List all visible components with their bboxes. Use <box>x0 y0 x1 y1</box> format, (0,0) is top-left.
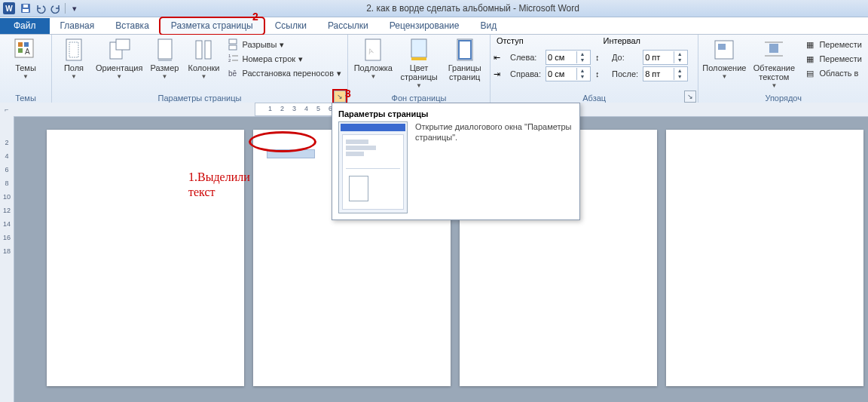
watermark-icon: A <box>361 38 385 62</box>
svg-rect-1 <box>23 9 29 12</box>
themes-button[interactable]: A Темы ▼ <box>3 36 48 81</box>
wrap-text-icon <box>762 38 786 62</box>
line-numbers-icon: 12 <box>228 53 240 65</box>
breaks-label: Разрывы <box>243 40 277 49</box>
document-area: ⌐ 1 2 3 4 5 6 246 81012 141618 1.Выделил… <box>0 103 868 402</box>
columns-icon <box>191 38 215 62</box>
ruler-mark: 4 <box>304 105 308 112</box>
app-icon: W <box>3 2 15 14</box>
window-title: 2. как в ворде сделать альбомный - Micro… <box>81 3 865 14</box>
quick-access-toolbar: ▾ <box>20 2 81 14</box>
tab-home[interactable]: Главная <box>50 18 105 34</box>
page-1[interactable] <box>47 130 244 386</box>
tab-review[interactable]: Рецензирование <box>379 18 470 34</box>
qat-separator <box>65 3 66 14</box>
page-borders-label: Границы страниц <box>444 63 485 81</box>
tooltip-description: Открытие диалогового окна "Параметры стр… <box>415 121 573 213</box>
space-after-input[interactable]: ▲▼ <box>643 66 688 81</box>
vertical-ruler[interactable]: 246 81012 141618 <box>0 116 14 402</box>
indent-left-icon: ⇤ <box>494 53 506 63</box>
indent-left-input[interactable]: ▲▼ <box>546 50 591 65</box>
page-color-label: Цвет страницы <box>399 63 440 81</box>
position-button[interactable]: Положение▼ <box>701 36 747 81</box>
page-borders-icon <box>453 38 477 62</box>
columns-button[interactable]: Колонки▼ <box>185 36 222 81</box>
send-backward-icon: ▦ <box>804 53 816 65</box>
svg-rect-3 <box>15 39 33 57</box>
tab-mailings[interactable]: Рассылки <box>317 18 379 34</box>
space-before-icon: ↕ <box>595 53 607 62</box>
annotation-2: 2 <box>252 11 258 23</box>
orientation-button[interactable]: Ориентация▼ <box>94 36 144 81</box>
svg-text:bē: bē <box>228 69 237 78</box>
hyphenation-label: Расстановка переносов <box>243 69 334 78</box>
ruler-mark: 5 <box>316 105 320 112</box>
line-numbers-button[interactable]: 12Номера строк ▾ <box>225 52 344 66</box>
paragraph-launcher[interactable]: ↘ <box>684 91 696 103</box>
chevron-down-icon: ▼ <box>201 74 207 81</box>
hyphenation-button[interactable]: bēРасстановка переносов ▾ <box>225 66 344 80</box>
size-label: Размер <box>151 63 179 72</box>
svg-rect-4 <box>18 42 23 47</box>
margins-icon <box>62 38 86 62</box>
arrange-small: ▦Перемести ▦Перемести ▤Область в <box>801 36 865 80</box>
svg-rect-14 <box>196 41 202 59</box>
tab-file[interactable]: Файл <box>0 18 50 34</box>
ribbon-tabs: Файл Главная Вставка Разметка страницы С… <box>0 17 868 35</box>
svg-rect-11 <box>116 39 130 50</box>
selection-pane-label: Область в <box>819 69 858 78</box>
line-numbers-label: Номера строк <box>243 54 296 63</box>
undo-icon[interactable] <box>35 2 47 14</box>
chevron-down-icon: ▼ <box>370 74 376 81</box>
title-bar: W ▾ 2. как в ворде сделать альбомный - M… <box>0 0 868 17</box>
indent-left-label: Слева: <box>510 53 541 62</box>
indent-title: Отступ <box>497 36 524 45</box>
qat-dropdown-icon[interactable]: ▾ <box>69 2 81 14</box>
page-setup-tooltip: Параметры страницы Открытие диалогового … <box>332 103 580 220</box>
indent-right-icon: ⇥ <box>494 69 506 79</box>
tab-insert[interactable]: Вставка <box>105 18 160 34</box>
selection-pane-button[interactable]: ▤Область в <box>801 66 865 80</box>
group-arrange: Положение▼ Обтекание текстом▼ ▦Перемести… <box>698 35 868 104</box>
space-before-input[interactable]: ▲▼ <box>643 50 688 65</box>
space-before-label: До: <box>612 53 638 62</box>
ruler-mark: 1 <box>268 105 272 112</box>
svg-text:2: 2 <box>228 58 231 63</box>
annotation-3: 3 <box>345 87 351 100</box>
redo-icon[interactable] <box>50 2 62 14</box>
svg-rect-16 <box>229 39 237 44</box>
send-backward-label: Перемести <box>819 54 862 63</box>
group-page-bg: AПодложка▼ Цвет страницы▼ Границы страни… <box>348 35 491 104</box>
page-borders-button[interactable]: Границы страниц <box>442 36 487 81</box>
columns-label: Колонки <box>188 63 220 72</box>
tab-page-layout[interactable]: Разметка страницы <box>160 17 264 35</box>
tooltip-title: Параметры страницы <box>338 109 573 118</box>
bring-forward-button[interactable]: ▦Перемести <box>801 38 865 51</box>
ruler-corner[interactable]: ⌐ <box>0 103 14 117</box>
watermark-label: Подложка <box>354 63 393 72</box>
watermark-button[interactable]: AПодложка▼ <box>351 36 396 81</box>
chevron-down-icon: ▼ <box>721 74 727 81</box>
page-setup-launcher[interactable]: ↘ <box>334 91 346 103</box>
margins-button[interactable]: Поля▼ <box>55 36 93 81</box>
bring-forward-label: Перемести <box>819 40 862 49</box>
svg-rect-26 <box>411 57 426 60</box>
themes-icon: A <box>14 38 38 62</box>
tab-references[interactable]: Ссылки <box>264 18 317 34</box>
wrap-text-button[interactable]: Обтекание текстом▼ <box>748 36 799 90</box>
page-color-icon <box>407 38 431 62</box>
size-button[interactable]: Размер▼ <box>145 36 183 81</box>
themes-label: Темы <box>15 63 36 72</box>
breaks-button[interactable]: Разрывы ▾ <box>225 38 344 51</box>
page-4[interactable] <box>666 130 863 386</box>
save-icon[interactable] <box>20 2 32 14</box>
svg-rect-15 <box>205 41 211 59</box>
tab-view[interactable]: Вид <box>469 18 507 34</box>
tooltip-preview <box>338 121 408 213</box>
indent-right-input[interactable]: ▲▼ <box>546 66 591 81</box>
chevron-down-icon: ▼ <box>416 83 422 90</box>
page-color-button[interactable]: Цвет страницы▼ <box>397 36 442 90</box>
chevron-down-icon: ▼ <box>162 74 168 81</box>
svg-rect-2 <box>23 5 28 8</box>
send-backward-button[interactable]: ▦Перемести <box>801 52 865 66</box>
